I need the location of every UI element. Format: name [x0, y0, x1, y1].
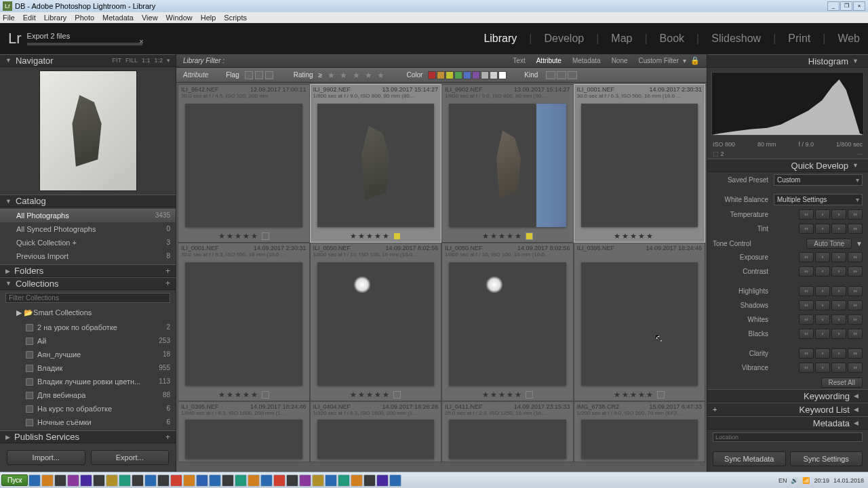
sync-metadata-button[interactable]: Sync Metadata	[713, 451, 786, 466]
kind-master[interactable]	[546, 71, 555, 79]
kind-virtual[interactable]	[557, 71, 566, 79]
start-button[interactable]: Пуск	[1, 474, 28, 486]
taskbar-app[interactable]	[183, 474, 195, 487]
menu-scripts[interactable]: Scripts	[224, 14, 247, 22]
taskbar-app[interactable]	[363, 474, 376, 487]
sync-settings-button[interactable]: Sync Settings	[790, 451, 863, 466]
smart-collections-row[interactable]: ▶ 📂 Smart Collections	[0, 306, 176, 319]
taskbar-app[interactable]	[299, 474, 311, 487]
shadows-stepper[interactable]: ‹‹‹›››	[799, 300, 863, 310]
taskbar-app[interactable]	[144, 474, 157, 487]
rating-op[interactable]: ≥	[319, 71, 323, 79]
add-publish-icon[interactable]: +	[165, 432, 170, 442]
filter-metadata[interactable]: Metadata	[572, 57, 601, 64]
taskbar-app[interactable]	[260, 474, 273, 487]
taskbar-app[interactable]	[325, 474, 337, 487]
menu-file[interactable]: File	[3, 14, 15, 22]
catalog-item[interactable]: Quick Collection +3	[0, 236, 176, 249]
navigator-preview[interactable]	[0, 67, 176, 195]
lock-icon[interactable]: 🔒	[690, 56, 700, 65]
module-book[interactable]: Book	[660, 33, 684, 45]
taskbar-app[interactable]	[119, 474, 131, 487]
vibrance-stepper[interactable]: ‹‹‹›››	[799, 363, 863, 373]
taskbar-app[interactable]	[312, 474, 324, 487]
taskbar-app[interactable]	[351, 474, 363, 487]
chevron-down-icon[interactable]: ▾	[683, 57, 686, 64]
histogram-header[interactable]: Histogram ▼	[707, 54, 868, 68]
navigator-header[interactable]: ▼ Navigator FIT FILL 1:1 1:2 ▾	[0, 54, 176, 67]
taskbar-app[interactable]	[170, 474, 182, 487]
thumbnail-cell[interactable]: ILI_9902.NEF13.09.2017 15:14:271/800 sec…	[310, 84, 442, 243]
taskbar-app[interactable]	[28, 474, 41, 487]
taskbar-app[interactable]	[106, 474, 118, 487]
exposure-stepper[interactable]: ‹‹‹›››	[799, 252, 863, 262]
thumbnail-cell[interactable]: ILI_9902.NEF13.09.2017 15:14:271/800 sec…	[441, 84, 574, 243]
taskbar-app[interactable]	[41, 474, 54, 487]
add-collection-icon[interactable]: +	[165, 279, 170, 288]
rating-stars[interactable]: ★ ★ ★ ★ ★	[328, 70, 386, 80]
collection-item[interactable]: Аян_лучшие18	[0, 348, 176, 361]
thumbnail-grid[interactable]: ILI_9642.NEF12.09.2017 17:00:1130.0 sec …	[176, 83, 707, 472]
taskbar-app[interactable]	[389, 474, 401, 487]
restore-button[interactable]: ❐	[840, 1, 852, 11]
color-swatch[interactable]	[472, 71, 480, 79]
flag-rejected[interactable]	[265, 71, 273, 79]
collection-item[interactable]: На курс по обработке6	[0, 402, 176, 415]
tray-lang[interactable]: EN	[778, 477, 787, 484]
color-swatch[interactable]	[490, 71, 498, 79]
collection-item[interactable]: 2 на урок по обработке2	[0, 321, 176, 334]
color-swatch[interactable]	[446, 71, 454, 79]
catalog-item[interactable]: All Photographs3435	[0, 209, 176, 222]
taskbar-app[interactable]	[157, 474, 170, 487]
collection-item[interactable]: Ночные съёмки6	[0, 415, 176, 429]
color-swatch[interactable]	[481, 71, 489, 79]
nav-fit[interactable]: FIT	[112, 57, 121, 64]
module-library[interactable]: Library	[484, 33, 517, 45]
filter-none[interactable]: None	[612, 57, 628, 64]
keywordlist-header[interactable]: +Keyword List◀	[707, 403, 868, 416]
temp-stepper[interactable]: ‹‹‹›››	[799, 209, 863, 220]
taskbar-app[interactable]	[93, 474, 105, 487]
flag-unflagged[interactable]	[255, 71, 263, 79]
filter-text[interactable]: Text	[513, 57, 525, 64]
clarity-stepper[interactable]: ‹‹‹›››	[799, 348, 863, 359]
thumbnail-cell[interactable]: IMG_6738.CR215.09.2017 6:47:331/200 sec …	[574, 401, 706, 462]
taskbar-app[interactable]	[222, 474, 234, 487]
custom-filter-dropdown[interactable]: Custom Filter	[639, 57, 679, 64]
collection-item[interactable]: Для вебинара88	[0, 388, 176, 402]
taskbar-app[interactable]	[286, 474, 298, 487]
module-web[interactable]: Web	[837, 33, 860, 45]
chevron-down-icon[interactable]: ▾	[167, 57, 170, 64]
minimize-button[interactable]: _	[827, 1, 840, 11]
nav-11[interactable]: 1:1	[142, 57, 151, 64]
catalog-header[interactable]: ▼Catalog	[0, 195, 176, 207]
metadata-header[interactable]: Metadata◀	[707, 416, 868, 430]
quickdevelop-header[interactable]: Quick Develop▼	[707, 159, 868, 172]
import-button[interactable]: Import...	[7, 450, 85, 465]
thumbnail-cell[interactable]: ILI_0050.NEF14.09.2017 8:02:561/800 sec …	[310, 243, 442, 401]
menu-view[interactable]: View	[142, 14, 158, 22]
nav-fill[interactable]: FILL	[125, 57, 138, 64]
taskbar-app[interactable]	[273, 474, 285, 487]
collection-item[interactable]: Владик955	[0, 361, 176, 375]
folders-header[interactable]: ▶Folders +	[0, 264, 176, 277]
thumbnail-cell[interactable]: ILI_0411.NEF14.09.2017 23:15:3325.0 sec …	[441, 401, 574, 462]
keywording-header[interactable]: Keywording◀	[707, 389, 868, 403]
blacks-stepper[interactable]: ‹‹‹›››	[799, 329, 863, 339]
thumbnail-cell[interactable]: ILI_0050.NEF14.09.2017 8:02:561/800 sec …	[441, 243, 574, 401]
tray-time[interactable]: 20:19	[814, 477, 829, 484]
export-button[interactable]: Export...	[91, 450, 170, 465]
contrast-stepper[interactable]: ‹‹‹›››	[799, 266, 863, 277]
catalog-item[interactable]: Previous Import8	[0, 249, 176, 263]
menu-help[interactable]: Help	[201, 14, 216, 22]
menu-library[interactable]: Library	[44, 14, 67, 22]
thumbnail-cell[interactable]: ILI_9642.NEF12.09.2017 17:00:1130.0 sec …	[178, 84, 310, 243]
reset-all-button[interactable]: Reset All	[821, 378, 863, 388]
collection-item[interactable]: Ай253	[0, 334, 176, 348]
catalog-item[interactable]: All Synced Photographs0	[0, 222, 176, 236]
histogram-display[interactable]	[711, 72, 864, 136]
menu-window[interactable]: Window	[166, 14, 193, 22]
thumbnail-cell[interactable]: ILI_0395.NEF14.09.2017 18:24:461/640 sec…	[178, 401, 310, 462]
auto-tone-button[interactable]: Auto Tone	[806, 239, 852, 249]
menu-photo[interactable]: Photo	[75, 14, 94, 22]
